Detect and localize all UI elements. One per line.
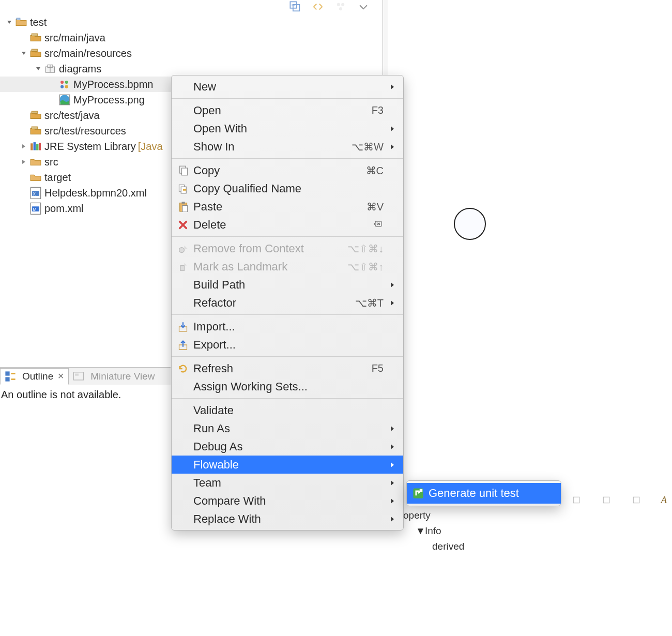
twisty-none [20,204,28,213]
filter-icon[interactable] [335,1,346,12]
menu-new[interactable]: New [172,78,403,96]
link-editor-icon[interactable] [312,1,324,12]
blank-icon [177,441,189,453]
twisty-none [20,173,28,181]
svg-rect-22 [36,144,38,150]
menu-label: Mark as Landmark [193,260,341,274]
props-icon-1[interactable] [571,494,582,506]
delete-icon [177,219,189,231]
svg-rect-38 [634,497,639,503]
tree-label: diagrams [59,63,101,75]
svg-rect-30 [5,371,9,375]
menu-label: New [193,80,384,94]
menu-separator [172,158,403,159]
svg-text:M: M [33,207,37,211]
outline-tabbar: Outline ✕ Miniature View [0,367,171,385]
close-icon[interactable]: ✕ [57,371,64,381]
shortcut: F5 [372,362,384,374]
svg-rect-7 [32,34,37,36]
twisty-open-icon[interactable]: ▼ [416,525,423,537]
menu-open-with[interactable]: Open With [172,119,403,138]
svg-rect-33 [11,378,15,380]
twisty-open-icon[interactable] [5,18,13,26]
svg-rect-35 [75,373,79,375]
project-folder-icon [16,17,27,28]
twisty-closed-icon[interactable] [20,158,28,166]
menu-flowable[interactable]: Flowable [172,456,403,474]
xml-file-icon: X [30,187,41,199]
props-icon-2[interactable] [601,494,612,506]
menu-separator [172,98,403,99]
shortcut: ⌥⌘T [355,297,384,309]
tree-decorator: [Java [138,141,163,153]
menu-label: Debug As [193,440,384,453]
twisty-open-icon[interactable] [34,65,42,73]
menu-validate[interactable]: Validate [172,401,403,419]
submenu-arrow-icon [389,300,396,306]
menu-delete[interactable]: Delete [172,216,403,234]
tree-item-src-main-java[interactable]: src/main/java [0,30,383,46]
shortcut: ⌥⌘W [352,141,384,153]
paste-icon [177,201,189,213]
tree-label: src/test/resources [44,125,126,137]
menu-compare-with[interactable]: Compare With [172,492,403,510]
menu-assign-ws[interactable]: Assign Working Sets... [172,377,403,396]
blank-icon [177,141,189,153]
menu-team[interactable]: Team [172,474,403,492]
menu-show-in[interactable]: Show In⌥⌘W [172,138,403,156]
twisty-open-icon[interactable] [20,49,28,57]
collapse-all-icon[interactable] [289,1,301,12]
tab-miniature-view[interactable]: Miniature View [69,369,159,384]
tab-outline[interactable]: Outline ✕ [0,368,69,385]
svg-point-14 [60,85,64,88]
submenu-arrow-icon [389,498,396,504]
menu-import[interactable]: Import... [172,317,403,336]
menu-debug-as[interactable]: Debug As [172,437,403,456]
menu-open[interactable]: OpenF3 [172,101,403,119]
menu-dropdown-icon[interactable] [358,1,369,12]
menu-label: Paste [193,200,360,214]
props-row-derived[interactable]: derived [403,539,672,554]
menu-paste[interactable]: Paste⌘V [172,198,403,216]
twisty-none [49,96,57,104]
menu-separator [172,398,403,399]
bpmn-start-event[interactable] [454,208,486,240]
blank-icon [177,279,189,291]
menu-label: Refactor [193,296,349,310]
props-row-info[interactable]: ▼ Info [403,523,672,539]
menu-refresh[interactable]: RefreshF5 [172,359,403,377]
twisty-none [20,34,28,42]
menu-run-as[interactable]: Run As [172,419,403,437]
svg-rect-18 [32,111,37,113]
menu-export[interactable]: Export... [172,336,403,354]
svg-rect-34 [74,372,84,380]
properties-view: A operty ▼ Info derived [403,492,672,554]
svg-point-5 [339,7,342,10]
tree-project-root[interactable]: test [0,14,383,30]
tree-item-diagrams[interactable]: diagrams [0,61,383,77]
twisty-none [20,127,28,135]
blank-icon [177,459,189,471]
copy-qual-icon [177,183,189,195]
svg-rect-32 [5,377,9,381]
menu-replace-with[interactable]: Replace With [172,510,403,528]
blank-icon [177,104,189,117]
menu-label: Compare With [193,494,384,508]
blank-icon [177,477,189,489]
menu-label: Copy [193,164,360,177]
props-icon-3[interactable] [631,494,642,506]
tab-label: Miniature View [90,371,155,382]
menu-copy[interactable]: Copy⌘C [172,161,403,179]
menu-build-path[interactable]: Build Path [172,276,403,294]
menu-label: Team [193,476,384,490]
menu-label: Copy Qualified Name [193,182,384,195]
menu-refactor[interactable]: Refactor⌥⌘T [172,294,403,312]
import-icon [177,321,189,333]
package-folder-icon [30,48,41,59]
menu-copy-qualified[interactable]: Copy Qualified Name [172,179,403,198]
tree-item-src-main-resources[interactable]: src/main/resources [0,46,383,61]
blank-icon [177,81,189,93]
twisty-closed-icon[interactable] [20,142,28,150]
shortcut: ⌥⇧⌘↑ [347,261,384,273]
blank-icon [177,297,189,309]
